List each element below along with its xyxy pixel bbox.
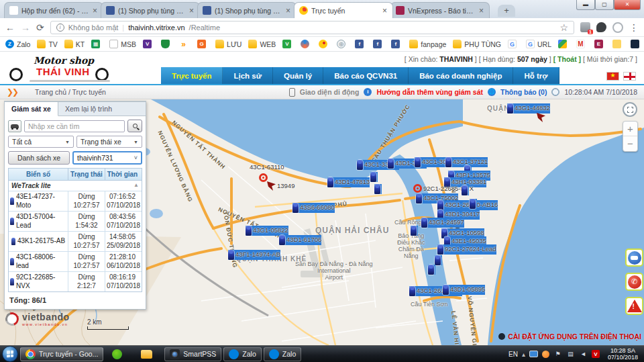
search-button[interactable]	[127, 120, 142, 132]
bookmark-item[interactable]: G URL	[526, 40, 551, 48]
bookmark-item[interactable]	[319, 40, 330, 48]
bookmark-item[interactable]: G	[197, 40, 209, 48]
logout-link[interactable]: [ Thoát ]	[553, 55, 581, 63]
chrome-menu-icon[interactable]: ⋮	[629, 22, 639, 33]
maximize-button[interactable]: ▢	[595, 0, 614, 10]
browser-tab[interactable]: (1) Shop phụ tùng xe máy chính ×	[101, 2, 200, 18]
column-plate[interactable]: Biển số	[9, 169, 68, 180]
bookmark-item[interactable]: f	[355, 40, 366, 48]
vehicle-marker[interactable]	[537, 113, 547, 122]
language-indicator[interactable]: EN	[508, 351, 518, 358]
tab-close-icon[interactable]: ×	[478, 6, 484, 15]
zoom-out-button[interactable]: −	[623, 136, 637, 151]
vehicle-marker[interactable]: 43G1-26090-AB16	[437, 200, 498, 210]
panel-tab[interactable]: Xem lại lộ trình	[58, 101, 146, 116]
bookmark-item[interactable]: Z Zalo	[5, 40, 30, 48]
group-select[interactable]: Tất cả▼	[8, 136, 74, 148]
bookmark-item[interactable]	[301, 40, 312, 48]
bookmark-item[interactable]: ◎	[337, 40, 348, 48]
vietnamese-flag-icon[interactable]	[606, 72, 619, 81]
taskbar-button[interactable]	[134, 347, 162, 361]
volume-tray-icon[interactable]: ◄	[579, 350, 588, 358]
column-status[interactable]: Trạng thái	[68, 169, 105, 180]
scroll-up-icon[interactable]: ▲	[133, 182, 139, 189]
nav-item[interactable]: Báo cáo QCVN31	[323, 67, 409, 84]
bookmark-item[interactable]: »	[179, 40, 191, 48]
map-provider-logo[interactable]: vietbando www.vietbando.vn	[5, 312, 70, 326]
vehicle-row[interactable]: 43E1-47237-Moto Dừng10:27:57 07:16:5207/…	[9, 191, 142, 212]
nav-item[interactable]: Quản lý	[273, 67, 323, 84]
taskbar-button[interactable]: Zalo	[223, 347, 261, 361]
profile-avatar[interactable]	[612, 22, 623, 33]
vehicle-marker[interactable]	[435, 255, 442, 265]
group-row[interactable]: WeTrack lite▲	[9, 181, 142, 191]
fullscreen-button[interactable]	[623, 102, 637, 117]
close-button[interactable]: ✕	[614, 0, 641, 10]
taskbar-button[interactable]: Trực tuyến - Goo...	[20, 347, 103, 361]
bookmark-item[interactable]: V	[143, 40, 154, 48]
bookmark-item[interactable]: fanpage	[409, 40, 446, 48]
display-tray-icon[interactable]	[529, 351, 538, 357]
column-time[interactable]: Thời gian	[105, 169, 140, 180]
bookmark-item[interactable]: f	[391, 40, 402, 48]
zoom-in-button[interactable]: +	[623, 122, 637, 136]
vehicle-marker[interactable]: 43D1-47813	[327, 177, 370, 187]
vehicle-marker[interactable]	[462, 185, 469, 195]
bookmark-item[interactable]	[161, 40, 172, 48]
nav-item[interactable]: Lịch sử	[223, 67, 273, 84]
english-flag-icon[interactable]	[623, 72, 636, 81]
network-tray-icon[interactable]: ▤	[566, 350, 575, 358]
account-combo[interactable]: thaivinh731˅	[72, 151, 142, 165]
vehicle-row[interactable]: 43D1-57004-Lead Dừng1:54:32 08:43:5607/1…	[9, 212, 142, 232]
flag-tray-icon[interactable]: ⚑	[553, 350, 562, 358]
info-icon[interactable]: i	[56, 24, 64, 32]
back-icon[interactable]: ←	[5, 22, 15, 33]
vehicle-marker[interactable]: 43S6-66080	[292, 203, 335, 213]
vehicle-marker[interactable]: 43D1-61706	[279, 235, 321, 245]
bookmark-item[interactable]: LƯU	[215, 40, 241, 48]
search-input[interactable]	[24, 120, 125, 132]
notifications-link[interactable]: Thông báo (0)	[500, 88, 547, 96]
nav-item[interactable]: Trực tuyến	[161, 67, 223, 84]
vehicle-marker[interactable]: 43G1-05822	[246, 226, 288, 236]
extension-icon[interactable]: 1	[580, 22, 590, 32]
tray-expand-icon[interactable]: ▴	[522, 351, 525, 358]
browser-tab[interactable]: VnExpress - Báo tiếng Việt nhiề ×	[390, 2, 490, 18]
bookmark-item[interactable]	[558, 40, 570, 48]
vehicle-marker[interactable]: 43G1-24597	[421, 218, 464, 228]
nav-item[interactable]: Hỗ trợ	[513, 67, 559, 84]
vehicle-marker[interactable]	[411, 226, 418, 236]
taskbar-button[interactable]	[105, 347, 132, 361]
status-select[interactable]: Trạng thái xe▼	[76, 136, 142, 148]
bookmark-item[interactable]: G	[508, 40, 519, 48]
vehicle-marker[interactable]	[374, 184, 382, 194]
vehicle-row[interactable]: 43C1-68006-lead Dừng10:27:57 21:28:1006/…	[9, 252, 142, 272]
bookmark-item[interactable]: M	[576, 40, 588, 48]
guide-link[interactable]: Hướng dẫn thêm vùng giám sát	[376, 88, 483, 96]
reload-icon[interactable]: ⟳	[36, 22, 44, 33]
bookmark-item[interactable]: E	[594, 40, 606, 48]
bookmark-item[interactable]: WEB	[248, 40, 276, 48]
new-tab-button[interactable]: +	[498, 5, 515, 17]
vehicle-marker[interactable]: 43D1-05895	[443, 285, 485, 295]
vehicle-row[interactable]: 43K1-26175-AB Dừng10:27:57 14:58:0525/09…	[9, 232, 142, 252]
bookmark-star-icon[interactable]: ☆	[559, 22, 568, 33]
bookmark-item[interactable]	[631, 40, 642, 48]
vehicle-marker[interactable]: 43F1-14974-AB	[228, 250, 280, 260]
support-vehicle-button[interactable]	[625, 248, 643, 267]
tab-close-icon[interactable]: ×	[92, 6, 98, 15]
vehicle-icon-button[interactable]	[8, 120, 21, 132]
mobile-ui-link[interactable]: Giao diện di động	[300, 88, 360, 96]
nav-item[interactable]: Báo cáo doanh nghiệp	[409, 67, 513, 84]
v-app-tray-icon[interactable]: V	[592, 350, 600, 358]
motorshop-logo[interactable]: Motor shop THÁI VINH	[9, 53, 127, 83]
vehicle-marker[interactable]	[370, 172, 378, 182]
tab-close-icon[interactable]: ×	[189, 6, 195, 15]
vehicle-row[interactable]: 92C1-22685-NVX Dừng2:12:7 08:16:1907/10/…	[9, 272, 142, 291]
vehicle-marker[interactable]	[470, 199, 477, 209]
panel-tab[interactable]: Giám sát xe	[5, 101, 58, 116]
taskbar-button[interactable]: Zalo	[264, 347, 301, 361]
alert-button[interactable]: !	[625, 297, 643, 315]
vehicle-marker[interactable]: 92C1-27624-Lead	[437, 244, 496, 255]
vehicle-list-button[interactable]: Danh sách xe	[8, 151, 70, 165]
